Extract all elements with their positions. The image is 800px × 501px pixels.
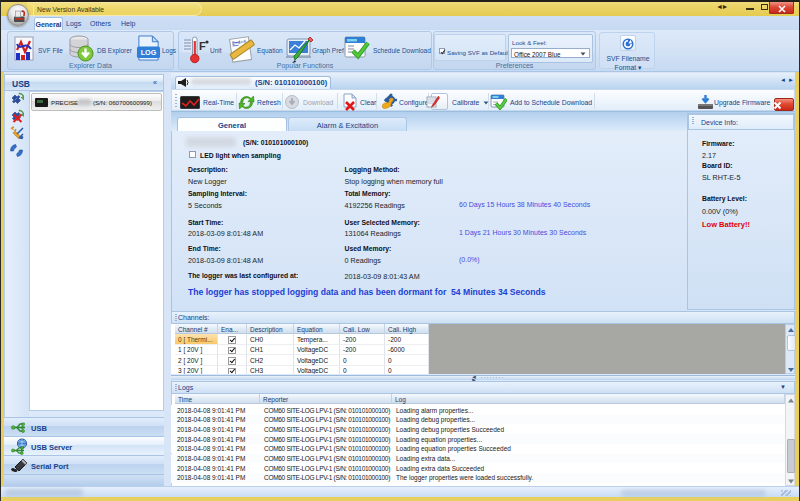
svg-text:F: F (199, 40, 206, 52)
svg-text:LOG: LOG (141, 48, 157, 57)
